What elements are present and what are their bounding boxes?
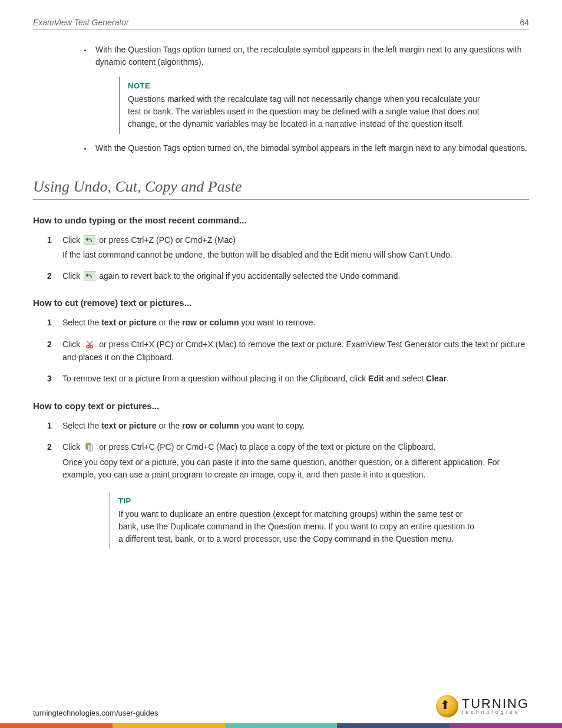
step-text: Click xyxy=(62,235,82,245)
page-header: ExamView Test Generator 64 xyxy=(33,18,529,29)
bullet-item: With the Question Tags option turned on,… xyxy=(92,142,529,154)
footer-url: turningtechnologies.com/user-guides xyxy=(33,709,158,717)
cut-heading: How to cut (remove) text or pictures... xyxy=(33,298,529,308)
step-number: 2 xyxy=(47,269,52,282)
logo-mark-icon xyxy=(436,695,458,717)
step-bold: row or column xyxy=(182,421,239,430)
logo-sub-text: technologies xyxy=(462,710,529,714)
step-text: or the xyxy=(157,318,183,327)
step-item: 1 Select the text or picture or the row … xyxy=(47,419,529,432)
note-callout: NOTE Questions marked with the recalcula… xyxy=(119,77,484,134)
step-number: 1 xyxy=(47,419,52,432)
bullet-item: With the Question Tags option turned on,… xyxy=(92,44,529,134)
tip-callout: TIP If you want to duplicate an entire q… xyxy=(110,492,475,549)
svg-rect-1 xyxy=(84,271,95,281)
svg-point-3 xyxy=(90,345,92,348)
step-bold: text or picture xyxy=(101,421,156,430)
step-item: 2 Click again to revert back to the orig… xyxy=(47,269,529,282)
svg-rect-0 xyxy=(84,235,95,245)
copy-icon xyxy=(84,442,95,453)
step-extra-text: If the last command cannot be undone, th… xyxy=(62,249,529,261)
step-bold: row or column xyxy=(182,318,239,327)
step-bold: Edit xyxy=(368,374,384,383)
step-text: . xyxy=(447,374,449,383)
step-number: 1 xyxy=(47,233,52,246)
logo-main-text: TURNING xyxy=(462,698,529,710)
svg-point-2 xyxy=(87,345,89,348)
step-text: or press Ctrl+Z (PC) or Cmd+Z (Mac) xyxy=(99,235,236,245)
step-text: Select the xyxy=(62,421,101,430)
step-bold: text or picture xyxy=(101,318,156,327)
step-number: 3 xyxy=(47,372,52,385)
step-text: or the xyxy=(157,421,183,430)
undo-icon xyxy=(84,271,95,281)
step-item: 3 To remove text or a picture from a que… xyxy=(47,372,529,385)
step-text: and select xyxy=(384,374,427,383)
logo-text: TURNING technologies xyxy=(462,698,529,714)
step-text: To remove text or a picture from a quest… xyxy=(62,374,368,383)
tip-title: TIP xyxy=(118,495,475,508)
step-text: or press Ctrl+C (PC) or Cmd+C (Mac) to p… xyxy=(99,442,435,452)
copy-steps: 1 Select the text or picture or the row … xyxy=(47,419,529,549)
intro-bullets: With the Question Tags option turned on,… xyxy=(92,44,529,154)
tip-body: If you want to duplicate an entire quest… xyxy=(118,508,475,545)
note-body: Questions marked with the recalculate ta… xyxy=(128,93,484,130)
step-text: or press Ctrl+X (PC) or Cmd+X (Mac) to r… xyxy=(62,340,525,362)
step-text: you want to copy. xyxy=(239,421,305,430)
step-bold: Clear xyxy=(426,374,447,383)
cut-steps: 1 Select the text or picture or the row … xyxy=(47,316,529,386)
page-footer: turningtechnologies.com/user-guides TURN… xyxy=(33,695,529,717)
note-title: NOTE xyxy=(128,80,484,92)
undo-heading: How to undo typing or the most recent co… xyxy=(33,215,529,225)
step-extra-text: Once you copy text or a picture, you can… xyxy=(62,456,529,481)
step-item: 1 Select the text or picture or the row … xyxy=(47,316,529,329)
step-number: 2 xyxy=(47,338,52,351)
undo-steps: 1 Click or press Ctrl+Z (PC) or Cmd+Z (M… xyxy=(47,233,529,283)
step-text: Click xyxy=(62,271,82,281)
scissors-icon xyxy=(84,339,95,350)
undo-icon xyxy=(84,235,95,245)
turning-logo: TURNING technologies xyxy=(436,695,529,717)
bullet-text: With the Question Tags option turned on,… xyxy=(95,143,527,153)
step-text: Click xyxy=(62,442,82,452)
bottom-color-bar xyxy=(0,723,562,728)
step-item: 2 Click or press Ctrl+X (PC) or Cmd+X (M… xyxy=(47,338,529,364)
step-text: Click xyxy=(62,340,82,349)
step-text: you want to remove. xyxy=(239,318,316,327)
step-text: again to revert back to the original if … xyxy=(99,271,400,281)
step-number: 2 xyxy=(47,440,52,453)
step-text: Select the xyxy=(62,318,101,327)
step-item: 1 Click or press Ctrl+Z (PC) or Cmd+Z (M… xyxy=(47,233,529,261)
step-number: 1 xyxy=(47,316,52,329)
step-item: 2 Click or press Ctrl+C (PC) or Cmd+C (M… xyxy=(47,440,529,549)
header-title: ExamView Test Generator xyxy=(33,18,129,27)
section-heading: Using Undo, Cut, Copy and Paste xyxy=(33,178,529,200)
copy-heading: How to copy text or pictures... xyxy=(33,401,529,411)
bullet-text: With the Question Tags option turned on,… xyxy=(95,45,522,67)
page-number: 64 xyxy=(520,18,529,27)
